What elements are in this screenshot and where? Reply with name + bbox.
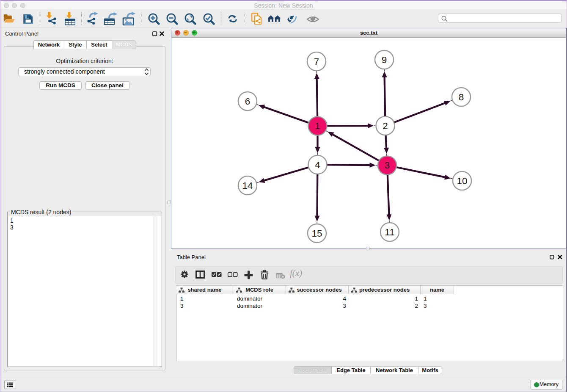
svg-text:6: 6 xyxy=(245,96,250,107)
svg-text:7: 7 xyxy=(314,56,319,67)
svg-text:3: 3 xyxy=(385,160,390,171)
svg-text:11: 11 xyxy=(385,227,394,237)
svg-text:15: 15 xyxy=(311,228,322,239)
svg-text:14: 14 xyxy=(242,180,253,191)
svg-text:2: 2 xyxy=(383,121,388,131)
svg-text:9: 9 xyxy=(382,55,387,65)
svg-text:8: 8 xyxy=(459,92,464,102)
svg-text:10: 10 xyxy=(457,176,467,186)
svg-text:4: 4 xyxy=(315,160,320,170)
svg-text:1: 1 xyxy=(315,121,320,131)
